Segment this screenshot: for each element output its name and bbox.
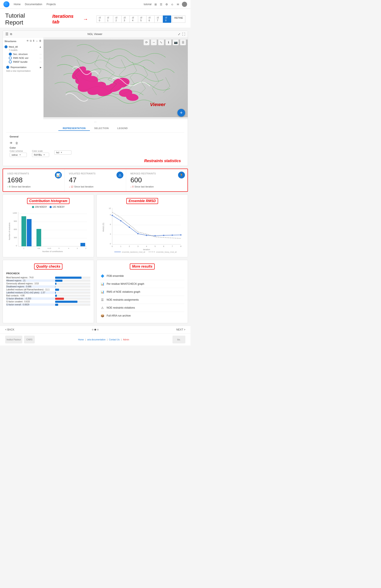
camera-icon[interactable]: 📷 — [173, 39, 179, 45]
user-avatar[interactable] — [182, 2, 187, 7]
procheck-bar-7 — [55, 298, 64, 300]
repr-radio[interactable] — [6, 66, 9, 69]
more-dots[interactable]: ··· — [6, 119, 184, 124]
more-results-label-0: PDB ensemble — [107, 274, 124, 277]
expand-icon[interactable]: ⤢ — [178, 32, 180, 36]
next-button[interactable]: NEXT > — [176, 328, 185, 331]
list-icon[interactable]: ☰ — [159, 2, 163, 6]
nav-home[interactable]: Home — [14, 3, 20, 6]
rmsf-more-icon[interactable]: ··· — [39, 60, 42, 63]
procheck-bar-wrap-2 — [55, 283, 90, 285]
svg-text:5: 5 — [58, 247, 60, 249]
rms-radio[interactable] — [9, 57, 12, 60]
menu-icon[interactable]: ☰ — [180, 39, 186, 45]
iter-tab-7[interactable]: IT 7 — [154, 16, 163, 23]
iter-tab-2[interactable]: IT 2 — [113, 16, 121, 23]
iter-tab-3[interactable]: IT 3 — [121, 16, 130, 23]
footer-contact-link[interactable]: Contact Us — [109, 338, 119, 341]
color-scale-select[interactable]: RdYlBu ▼ — [32, 153, 49, 157]
footer-admin-link[interactable]: Admin — [123, 338, 129, 341]
sub-item-sec: Sec. structure ··· — [4, 52, 42, 56]
svg-text:0: 0 — [112, 245, 113, 247]
footer-doc-link[interactable]: aria documentation — [87, 338, 106, 341]
model-radio[interactable] — [4, 45, 7, 48]
page-dot-3 — [97, 329, 99, 331]
svg-text:3: 3 — [137, 245, 138, 247]
sub-item-rms: RMS NOE viol ··· — [4, 56, 42, 60]
backbone-line — [112, 215, 181, 236]
pan-icon[interactable]: ↔ — [151, 39, 157, 45]
iter-tab-4[interactable]: IT 4 — [130, 16, 138, 23]
rms-more-icon[interactable]: ··· — [39, 57, 42, 60]
copy-icon[interactable]: ⧉ — [30, 39, 32, 43]
footer-home-link[interactable]: Home — [78, 338, 84, 341]
histogram-svg: 0 300 600 900 1200 Number of restraints — [6, 210, 90, 253]
svg-text:0: 0 — [110, 243, 111, 245]
more-results-item-2[interactable]: 📊 RMS of NOE violations graph — [100, 288, 184, 296]
iteration-tabs: IT 0 IT 1 IT 2 IT 3 IT 4 IT 5 IT 6 IT 7 … — [96, 16, 185, 23]
info-icon[interactable]: ℹ — [165, 39, 171, 45]
procheck-bar-2 — [55, 283, 57, 285]
iter-tab-5[interactable]: IT 5 — [138, 16, 146, 23]
iter-tab-0[interactable]: IT 0 — [96, 16, 105, 23]
more-results-item-5[interactable]: 📦 Full ARIA run archive — [100, 312, 184, 319]
violated-restraints-change: ↓ 12 Since last iteration — [69, 185, 122, 188]
iter-tab-8[interactable]: IT 8 — [163, 16, 171, 23]
more-results-icon-1: 📊 — [100, 282, 104, 286]
grid-icon[interactable]: ⊞ — [153, 2, 157, 6]
svg-text:ensemble_heavy_rmsd_all: ensemble_heavy_rmsd_all — [156, 251, 176, 253]
sec-radio[interactable] — [9, 53, 12, 56]
color-label: Color — [10, 147, 181, 149]
share-icon[interactable]: ⎋ — [170, 2, 174, 6]
iter-tab-refine[interactable]: REFINE — [172, 16, 185, 23]
repr-arrow-icon[interactable]: ▶ — [40, 66, 42, 68]
histogram-chart-area: 0 300 600 900 1200 Number of restraints — [6, 210, 90, 253]
more-results-item-3[interactable]: ☰ NOE restraints assignments — [100, 296, 184, 304]
zoom-icon[interactable]: ⤡ — [158, 39, 164, 45]
repr-eye-icon[interactable]: 👁 — [10, 141, 13, 145]
more-results-item-1[interactable]: 📊 Per residue WHATCHECK graph — [100, 280, 184, 288]
nav-documentation[interactable]: Documentation — [25, 3, 42, 6]
tab-legend[interactable]: LEGEND — [113, 126, 132, 131]
collapse-icon[interactable]: ▲ — [39, 45, 42, 48]
iter-tab-1[interactable]: IT 1 — [105, 16, 113, 23]
nav-projects[interactable]: Projects — [47, 3, 56, 6]
more-results-label-3: NOE restraints assignments — [107, 298, 139, 301]
representation-item[interactable]: Representation ▶ — [4, 65, 42, 69]
settings-icon[interactable]: ⚙ — [165, 2, 169, 6]
add-icon[interactable]: ＋ — [36, 39, 38, 43]
add-fab-button[interactable]: + — [177, 109, 185, 117]
delete-icon[interactable]: 🗑 — [39, 39, 42, 43]
back-button[interactable]: < BACK — [5, 328, 14, 331]
logo[interactable] — [3, 1, 9, 7]
send-icon[interactable]: ✉ — [176, 2, 180, 6]
svg-text:7: 7 — [171, 245, 173, 247]
more-results-item-4[interactable]: ⚠ NOE restraints violations — [100, 304, 184, 312]
iterations-annotation: Iterations tab → — [52, 14, 88, 25]
download-icon[interactable]: ⬇ — [33, 39, 35, 43]
procheck-row-1: Allowed regions : 21 — [6, 279, 90, 282]
svg-text:9: 9 — [110, 214, 111, 216]
iter-tab-6[interactable]: IT 6 — [146, 16, 155, 23]
repr-trash-icon[interactable]: 🗑 — [15, 141, 18, 145]
fullscreen-icon[interactable]: ⛶ — [182, 32, 185, 36]
sliders-icon[interactable]: ⧉ — [10, 32, 12, 36]
add-representation[interactable]: Add a new representation — [4, 69, 42, 73]
eye-icon[interactable]: 👁 — [26, 39, 29, 43]
legend-15n-dot — [32, 206, 34, 208]
more-results-item-0[interactable]: 🔷 PDB ensemble — [100, 272, 184, 280]
procheck-label-5: Labelled residues (Chi1-chi2 plots) : 1.… — [6, 292, 53, 294]
rotate-icon[interactable]: ⟳ — [144, 39, 150, 45]
sec-more-icon[interactable]: ··· — [39, 53, 42, 56]
rmsf-radio[interactable] — [9, 60, 12, 63]
procheck-row-4: Labelled residues (all Ramachandrans) : … — [6, 288, 90, 291]
tab-selection[interactable]: SELECTION — [90, 126, 113, 131]
hcl-select[interactable]: hcl ▼ — [54, 150, 72, 155]
tab-representation[interactable]: REPRESENTATION — [58, 126, 90, 131]
hamburger-icon[interactable]: ☰ — [5, 32, 8, 36]
color-scheme-select[interactable]: sstruc ▼ — [10, 153, 27, 157]
svg-text:6: 6 — [163, 245, 164, 247]
ngl-viewer-panel: ☰ ⧉ NGL Viewer ⤢ ⛶ Structures 👁 ⧉ ⬇ ＋ 🗑 — [2, 30, 188, 166]
histogram-title-wrap: Contribution histogram — [6, 198, 90, 204]
procheck-bar-wrap-5 — [55, 292, 90, 294]
